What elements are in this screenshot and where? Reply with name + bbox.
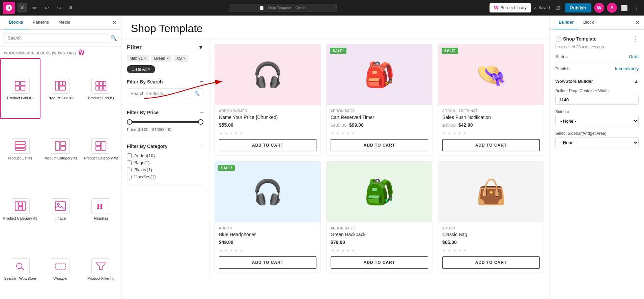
filter-search-toggle[interactable]: − — [200, 78, 203, 85]
star-1-4: ★ — [234, 130, 239, 136]
filter-tag-green-remove[interactable]: × — [167, 56, 169, 61]
slider-thumb-left[interactable] — [127, 119, 132, 125]
left-sidebar-close-button[interactable]: ✕ — [112, 19, 117, 26]
menu-icon[interactable]: ≡ — [66, 3, 76, 13]
category-item-blazer: Blazer(1) — [127, 167, 203, 172]
undo-icon[interactable]: ↩ — [42, 3, 51, 13]
svg-rect-1 — [21, 81, 25, 85]
wowstore-logo[interactable] — [3, 2, 15, 14]
category-checkbox-bags[interactable] — [127, 160, 132, 165]
block-item-product-category-3[interactable]: Product Category #3 — [0, 179, 40, 239]
svg-text:H: H — [97, 202, 103, 210]
product-card-6: 👜 ADDON Classic Bag $65.00 ★ ★ — [438, 161, 544, 273]
star-5-3: ★ — [341, 248, 345, 253]
block-item-image[interactable]: Image — [40, 179, 81, 239]
svg-rect-2 — [15, 86, 20, 90]
filter-tag-xs-remove[interactable]: × — [183, 56, 186, 61]
star-3-4: ★ — [457, 130, 462, 136]
container-width-input[interactable] — [555, 95, 639, 105]
close-panel-button[interactable]: ✕ — [18, 3, 27, 13]
page-title: Shop Template — [131, 22, 540, 35]
tab-builder[interactable]: Builder — [554, 16, 579, 29]
svg-rect-3 — [21, 86, 25, 90]
product-name-4: Blue Headphones — [219, 231, 316, 238]
template-menu-button[interactable]: ⋮ — [633, 35, 639, 43]
layout-icon[interactable]: ⬜ — [620, 3, 629, 13]
template-search-bar[interactable]: 📄 Shop Template Ctrl+K — [229, 4, 337, 12]
tab-patterns[interactable]: Patterns — [28, 16, 54, 29]
more-options-icon[interactable]: ⋮ — [632, 3, 641, 13]
filter-tag-xs[interactable]: XS × — [174, 55, 188, 62]
add-to-cart-button-3[interactable]: ADD TO CART — [442, 139, 540, 151]
star-rating-6: ★ ★ ★ ★ ★ — [442, 248, 540, 253]
tab-block[interactable]: Block — [579, 16, 599, 29]
svg-marker-33 — [96, 263, 106, 270]
add-to-cart-button-2[interactable]: ADD TO CART — [331, 139, 428, 151]
section-collapse-button[interactable]: ▲ — [634, 78, 639, 84]
add-to-cart-button-4[interactable]: ADD TO CART — [219, 256, 316, 269]
status-value[interactable]: Draft — [629, 54, 639, 59]
filter-category-toggle[interactable]: − — [200, 143, 203, 150]
canvas-wrapper: Shop Template Filter ▼ Min: 91 × — [121, 16, 550, 299]
block-item-heading[interactable]: H Heading — [81, 179, 121, 239]
block-item-product-grid-2[interactable]: Product Grid #2 — [40, 58, 81, 119]
category-checkbox-blazer[interactable] — [127, 168, 132, 172]
redo-icon[interactable]: ↪ — [54, 3, 63, 13]
add-to-cart-button-5[interactable]: ADD TO CART — [331, 256, 428, 269]
block-item-search[interactable]: Search - WowStore — [0, 239, 40, 299]
sidebar-label: Sidebar — [555, 109, 639, 114]
svg-rect-4 — [55, 81, 58, 90]
product-img-3: SALE! 👒 — [438, 44, 544, 105]
builder-library-button[interactable]: W Builder Library — [489, 3, 531, 13]
block-item-wrapper[interactable]: Wrapper — [40, 239, 81, 299]
right-sidebar-close-button[interactable]: ✕ — [635, 19, 640, 26]
category-checkbox-hoodies[interactable] — [127, 175, 132, 179]
svg-rect-5 — [59, 81, 62, 85]
device-icon[interactable]: 🖥 — [553, 3, 562, 13]
star-4-2: ★ — [224, 248, 228, 253]
product-info-5: ADDON BAGS Green Backpack $79.00 ★ ★ ★ ★ — [327, 222, 432, 273]
star-rating-1: ★ ★ ★ ★ ★ — [219, 130, 316, 136]
svg-point-30 — [17, 263, 22, 269]
block-item-product-list-1[interactable]: Product List #1 — [0, 119, 40, 179]
svg-rect-13 — [103, 86, 106, 90]
right-sidebar-tabs: Builder Block ✕ — [550, 16, 644, 30]
category-checkbox-addon[interactable] — [127, 153, 132, 158]
edit-icon[interactable]: ✏ — [30, 3, 39, 13]
category-item-hoodies: Hoodies(1) — [127, 174, 203, 179]
add-to-cart-button-6[interactable]: ADD TO CART — [442, 256, 540, 269]
block-icon-product-category-3 — [11, 198, 30, 214]
search-bar-label: Shop Template — [268, 6, 292, 10]
block-search-button[interactable]: 🔍 — [110, 35, 117, 41]
filter-by-category-section: Filter By Category − Addon(10) Bags(1) — [127, 143, 203, 184]
filter-by-search-title: Filter By Search — [127, 79, 163, 84]
star-1-3: ★ — [229, 130, 233, 136]
block-label-product-category-1: Product Category #1 — [44, 156, 78, 160]
block-item-product-category-2[interactable]: Product Category #2 — [81, 119, 121, 179]
sidebar-widget-select[interactable]: - None - — [555, 138, 639, 148]
block-label-wrapper: Wrapper — [54, 276, 68, 281]
tab-blocks[interactable]: Blocks — [4, 16, 28, 29]
add-to-cart-button-1[interactable]: ADD TO CART — [219, 139, 316, 151]
block-item-product-category-1[interactable]: Product Category #1 — [40, 119, 81, 179]
publish-button[interactable]: Publish — [565, 3, 591, 13]
clear-all-button[interactable]: Clear All × — [127, 65, 155, 73]
filter-tag-min-remove[interactable]: × — [144, 56, 146, 61]
product-price-old-2: $105.00 — [331, 123, 346, 128]
filter-tag-min[interactable]: Min: 91 × — [127, 55, 149, 62]
block-item-product-grid-1[interactable]: Product Grid #1 — [0, 58, 40, 119]
filter-price-toggle[interactable]: − — [200, 109, 203, 116]
svg-line-31 — [21, 268, 24, 270]
tab-media[interactable]: Media — [54, 16, 75, 29]
filter-tag-green[interactable]: Green × — [151, 55, 171, 62]
block-search-input[interactable] — [4, 33, 108, 43]
top-bar: ✕ ✏ ↩ ↪ ≡ 📄 Shop Template Ctrl+K W Build… — [0, 0, 644, 16]
block-item-product-grid-3[interactable]: Product Grid #3 — [81, 58, 121, 119]
slider-thumb-right[interactable] — [198, 119, 203, 125]
block-icon-product-grid-3 — [91, 78, 110, 94]
sidebar-select[interactable]: - None - Left Right — [555, 116, 639, 126]
filter-search-input[interactable] — [131, 91, 192, 96]
filter-tag-green-label: Green — [154, 56, 165, 61]
publish-value[interactable]: Immediately — [615, 66, 639, 71]
block-item-product-filtering[interactable]: Product Filtering — [81, 239, 121, 299]
